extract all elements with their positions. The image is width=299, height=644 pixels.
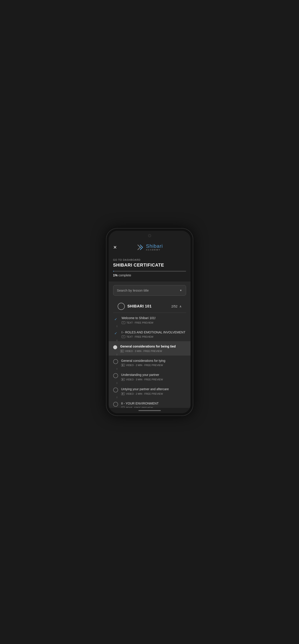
lesson-title: Understanding your partner (121, 373, 186, 377)
video-icon (121, 378, 125, 381)
section-title: SHIBARI 101 (128, 304, 169, 308)
section-circle-indicator (118, 303, 125, 310)
lesson-type-label: TEXT · FREE PREVIEW (126, 321, 154, 324)
lesson-content: Welcome to Shibari 101! ≡ TEXT · FREE PR… (122, 316, 186, 324)
lesson-type-label: TEXT · FREE PREVIEW (126, 406, 153, 408)
list-item[interactable]: General considerations for being tied VI… (109, 341, 190, 356)
lesson-content: II - YOUR ENVIRONMENT ≡ TEXT · FREE PREV… (121, 402, 186, 408)
progress-bar-container (113, 271, 186, 272)
lesson-type-label: VIDEO · 2 MIN · FREE PREVIEW (126, 364, 163, 366)
home-bar (138, 410, 161, 411)
course-title: SHIBARI CERTIFICATE (113, 262, 186, 268)
lesson-type-label: VIDEO · 3 MIN · FREE PREVIEW (125, 350, 162, 352)
lessons-list: ✓ Welcome to Shibari 101! ≡ TEXT · FREE … (109, 313, 190, 408)
section-progress-count: 2/52 (171, 304, 177, 308)
lesson-title: General considerations for being tied (120, 344, 186, 349)
phone-screen: ✕ Shibari ACADEMY (109, 231, 190, 413)
lesson-meta: VIDEO · 3 MIN · FREE PREVIEW (121, 378, 186, 381)
go-to-dashboard-link[interactable]: GO TO DASHBOARD (113, 258, 186, 261)
logo-shibari-text: Shibari (146, 244, 163, 249)
lesson-meta: ≡ TEXT · FREE PREVIEW (121, 406, 186, 408)
video-icon (121, 392, 125, 395)
lesson-title: Untying your partner and aftercare (121, 387, 186, 392)
lesson-meta: VIDEO · 2 MIN · FREE PREVIEW (121, 364, 186, 366)
lesson-type-label: VIDEO · 3 MIN · FREE PREVIEW (126, 378, 163, 381)
lesson-completed-indicator: ✓ (113, 331, 118, 336)
lesson-meta: ≡ TEXT · FREE PREVIEW (122, 321, 186, 324)
logo-academy-text: ACADEMY (146, 249, 161, 251)
video-icon (121, 364, 125, 366)
lesson-title: General considerations for tying (121, 359, 186, 363)
search-placeholder: Search by lesson title (117, 288, 149, 292)
video-icon (120, 350, 124, 352)
list-item[interactable]: ✓ Welcome to Shibari 101! ≡ TEXT · FREE … (109, 313, 190, 327)
search-container: Search by lesson title ▼ (109, 282, 190, 299)
section-count: 2/52 ∧ (171, 304, 181, 308)
search-dropdown[interactable]: Search by lesson title ▼ (113, 285, 186, 296)
logo: Shibari ACADEMY (136, 243, 163, 251)
main-content[interactable]: GO TO DASHBOARD SHIBARI CERTIFICATE 1% c… (109, 255, 190, 408)
close-button[interactable]: ✕ (113, 245, 117, 250)
lesson-title: Welcome to Shibari 101! (122, 316, 186, 320)
progress-percent: 1% (113, 274, 118, 277)
lesson-meta: ≡ TEXT · FREE PREVIEW (122, 336, 186, 338)
list-item[interactable]: Understanding your partner VIDEO · 3 MIN… (109, 370, 190, 384)
progress-bar-fill (113, 271, 114, 272)
lesson-empty-indicator (113, 402, 118, 407)
section-header[interactable]: SHIBARI 101 2/52 ∧ (113, 299, 186, 313)
logo-icon (136, 243, 144, 251)
lesson-content: Untying your partner and aftercare VIDEO… (121, 387, 186, 395)
chevron-up-icon: ∧ (179, 304, 182, 308)
course-info-section: GO TO DASHBOARD SHIBARI CERTIFICATE 1% c… (109, 255, 190, 282)
lesson-content: Understanding your partner VIDEO · 3 MIN… (121, 373, 186, 381)
lesson-meta: VIDEO · 3 MIN · FREE PREVIEW (120, 350, 186, 352)
lesson-type-label: TEXT · FREE PREVIEW (126, 336, 154, 338)
list-item[interactable]: II - YOUR ENVIRONMENT ≡ TEXT · FREE PREV… (109, 398, 190, 408)
lesson-type-label: VIDEO · 2 MIN · FREE PREVIEW (126, 392, 163, 395)
lesson-title: I - ROLES AND EMOTIONAL INVOLVEMENT (122, 330, 186, 335)
list-item[interactable]: General considerations for tying VIDEO ·… (109, 356, 190, 370)
progress-label: complete (118, 274, 131, 277)
list-item[interactable]: Untying your partner and aftercare VIDEO… (109, 384, 190, 398)
camera-notch (148, 234, 151, 237)
progress-text: 1% complete (113, 274, 186, 277)
lesson-empty-indicator (113, 373, 118, 378)
lesson-empty-indicator (113, 388, 118, 392)
home-indicator (109, 408, 190, 413)
lesson-completed-indicator: ✓ (113, 316, 118, 322)
chevron-down-icon: ▼ (180, 289, 182, 292)
lesson-meta: VIDEO · 2 MIN · FREE PREVIEW (121, 392, 186, 395)
logo-text: Shibari ACADEMY (146, 244, 163, 251)
text-icon: ≡ (122, 321, 125, 324)
text-icon: ≡ (122, 336, 125, 338)
lesson-content: I - ROLES AND EMOTIONAL INVOLVEMENT ≡ TE… (122, 330, 186, 338)
lesson-content: General considerations for tying VIDEO ·… (121, 359, 186, 367)
app-header: ✕ Shibari ACADEMY (109, 240, 190, 255)
lesson-content: General considerations for being tied VI… (120, 344, 186, 352)
status-bar (109, 231, 190, 240)
lesson-active-indicator (113, 345, 117, 349)
text-icon: ≡ (121, 406, 125, 408)
list-item[interactable]: ✓ I - ROLES AND EMOTIONAL INVOLVEMENT ≡ … (109, 327, 190, 342)
lesson-empty-indicator (113, 359, 118, 364)
phone-frame: ✕ Shibari ACADEMY (106, 228, 193, 416)
lesson-title: II - YOUR ENVIRONMENT (121, 402, 186, 406)
